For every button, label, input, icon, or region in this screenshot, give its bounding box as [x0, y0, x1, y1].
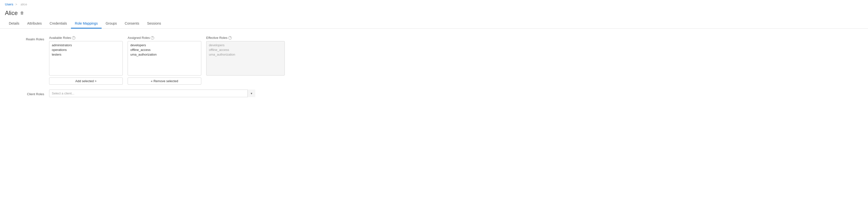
- main-content: Realm Roles Available Roles ? administra…: [0, 33, 868, 107]
- tab-attributes[interactable]: Attributes: [23, 19, 46, 29]
- available-roles-title: Available Roles: [49, 36, 71, 39]
- page-header: Alice 🗑: [0, 9, 868, 19]
- client-roles-section: Client Roles Select a client... ▼: [5, 89, 863, 97]
- client-select-wrapper: Select a client... ▼: [49, 89, 255, 97]
- page-title: Alice: [5, 9, 18, 17]
- list-item: developers: [208, 43, 283, 48]
- effective-roles-header: Effective Roles ?: [206, 36, 285, 39]
- list-item[interactable]: operations: [51, 48, 121, 52]
- tab-consents[interactable]: Consents: [121, 19, 143, 29]
- assigned-roles-title: Assigned Roles: [128, 36, 150, 39]
- assigned-roles-column: Assigned Roles ? developers offline_acce…: [128, 36, 201, 85]
- available-roles-header: Available Roles ?: [49, 36, 123, 39]
- list-item[interactable]: testers: [51, 52, 121, 57]
- tab-bar: Details Attributes Credentials Role Mapp…: [0, 19, 868, 29]
- breadcrumb: Users > alice: [0, 0, 868, 9]
- assigned-roles-header: Assigned Roles ?: [128, 36, 201, 39]
- delete-user-button[interactable]: 🗑: [20, 11, 24, 15]
- tab-sessions[interactable]: Sessions: [143, 19, 165, 29]
- tab-groups[interactable]: Groups: [102, 19, 121, 29]
- effective-roles-title: Effective Roles: [206, 36, 227, 39]
- breadcrumb-users-link[interactable]: Users: [5, 2, 13, 6]
- available-roles-help-icon[interactable]: ?: [72, 36, 75, 39]
- list-item[interactable]: administrators: [51, 43, 121, 48]
- breadcrumb-current: alice: [21, 2, 27, 6]
- breadcrumb-separator: >: [16, 2, 18, 6]
- assigned-roles-listbox[interactable]: developers offline_access uma_authorizat…: [128, 41, 201, 76]
- add-selected-button[interactable]: Add selected >: [49, 78, 123, 85]
- list-item[interactable]: offline_access: [129, 48, 199, 52]
- available-roles-listbox[interactable]: administrators operations testers: [49, 41, 123, 76]
- realm-roles-label: Realm Roles: [5, 36, 49, 41]
- client-roles-label: Client Roles: [5, 91, 49, 96]
- effective-roles-help-icon[interactable]: ?: [228, 36, 232, 39]
- list-item[interactable]: uma_authorization: [129, 52, 199, 57]
- tab-details[interactable]: Details: [5, 19, 23, 29]
- roles-grid: Available Roles ? administrators operati…: [49, 36, 863, 85]
- tab-role-mappings[interactable]: Role Mappings: [71, 19, 102, 29]
- list-item: offline_access: [208, 48, 283, 52]
- client-select[interactable]: Select a client...: [49, 89, 255, 97]
- tab-credentials[interactable]: Credentials: [46, 19, 71, 29]
- list-item[interactable]: developers: [129, 43, 199, 48]
- realm-roles-section: Realm Roles Available Roles ? administra…: [5, 36, 863, 85]
- effective-roles-listbox: developers offline_access uma_authorizat…: [206, 41, 285, 76]
- available-roles-column: Available Roles ? administrators operati…: [49, 36, 123, 85]
- remove-selected-button[interactable]: « Remove selected: [128, 78, 201, 85]
- list-item: uma_authorization: [208, 52, 283, 57]
- assigned-roles-help-icon[interactable]: ?: [151, 36, 154, 39]
- effective-roles-column: Effective Roles ? developers offline_acc…: [206, 36, 285, 85]
